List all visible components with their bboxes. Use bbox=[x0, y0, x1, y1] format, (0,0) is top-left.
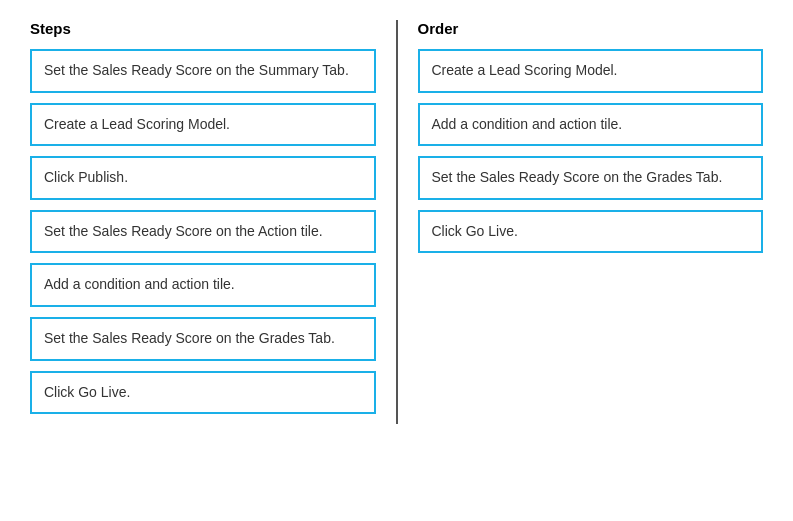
order-item-order-2[interactable]: Add a condition and action tile. bbox=[418, 103, 764, 147]
steps-list: Set the Sales Ready Score on the Summary… bbox=[30, 49, 376, 414]
order-header: Order bbox=[418, 20, 764, 37]
order-list: Create a Lead Scoring Model.Add a condit… bbox=[418, 49, 764, 253]
order-item-order-4[interactable]: Click Go Live. bbox=[418, 210, 764, 254]
steps-column: Steps Set the Sales Ready Score on the S… bbox=[20, 20, 398, 424]
step-item-step-3[interactable]: Click Publish. bbox=[30, 156, 376, 200]
step-item-step-6[interactable]: Set the Sales Ready Score on the Grades … bbox=[30, 317, 376, 361]
step-item-step-1[interactable]: Set the Sales Ready Score on the Summary… bbox=[30, 49, 376, 93]
order-item-order-3[interactable]: Set the Sales Ready Score on the Grades … bbox=[418, 156, 764, 200]
step-item-step-5[interactable]: Add a condition and action tile. bbox=[30, 263, 376, 307]
step-item-step-7[interactable]: Click Go Live. bbox=[30, 371, 376, 415]
order-column: Order Create a Lead Scoring Model.Add a … bbox=[398, 20, 774, 424]
main-container: Steps Set the Sales Ready Score on the S… bbox=[20, 20, 773, 424]
steps-header: Steps bbox=[30, 20, 376, 37]
step-item-step-2[interactable]: Create a Lead Scoring Model. bbox=[30, 103, 376, 147]
order-item-order-1[interactable]: Create a Lead Scoring Model. bbox=[418, 49, 764, 93]
step-item-step-4[interactable]: Set the Sales Ready Score on the Action … bbox=[30, 210, 376, 254]
